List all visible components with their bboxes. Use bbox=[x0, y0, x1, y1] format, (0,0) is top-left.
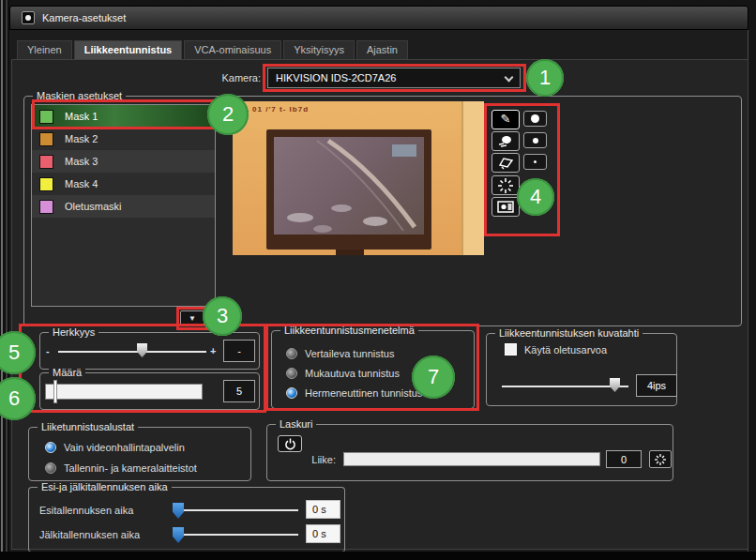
mask-list-item[interactable]: Mask 1 bbox=[32, 105, 215, 128]
erase-mask-button[interactable] bbox=[491, 131, 520, 151]
preview-wall-corner bbox=[461, 101, 484, 255]
preview-timestamp-overlay: 01 01 /'7 t- Ib7d bbox=[239, 105, 309, 114]
camera-settings-window: Kamera-asetukset Yleinen Liikkeentunnist… bbox=[0, 0, 756, 560]
mask-list-item[interactable]: Mask 3 bbox=[32, 150, 215, 173]
post-recording-slider-track[interactable] bbox=[174, 534, 298, 536]
counter-title: Laskuri bbox=[276, 418, 316, 430]
starburst-icon bbox=[498, 178, 513, 193]
brush-size-medium-button[interactable] bbox=[523, 132, 547, 148]
mask-settings-title: Maskien asetukset bbox=[33, 90, 126, 101]
counter-power-button[interactable] bbox=[278, 435, 302, 452]
picture-in-picture-icon bbox=[497, 201, 514, 213]
pencil-icon: ✎ bbox=[501, 112, 511, 126]
recording-time-title: Esi-ja jälkitallennuksen aika bbox=[38, 481, 172, 492]
step-circle-4: 4 bbox=[517, 178, 554, 216]
sensitivity-plus-label: + bbox=[210, 345, 216, 356]
eraser-icon bbox=[497, 135, 514, 147]
framerate-value-field[interactable]: 4ips bbox=[636, 374, 677, 397]
polygon-mask-button[interactable] bbox=[491, 153, 520, 173]
radio-selected-icon bbox=[45, 442, 56, 453]
camera-select[interactable]: HIKVISION IDS-2CD7A26 bbox=[267, 68, 521, 88]
radio-mukautuva[interactable]: Mukautuva tunnistus bbox=[286, 368, 400, 379]
tab-yleinen[interactable]: Yleinen bbox=[17, 40, 72, 59]
pre-recording-slider-track[interactable] bbox=[174, 509, 298, 511]
camera-label: Kamera: bbox=[195, 72, 261, 83]
mask-preview-button[interactable] bbox=[491, 197, 520, 217]
sensitivity-title: Herkkyys bbox=[49, 326, 98, 338]
radio-hermeneuttinen[interactable]: Hermeneuttinen tunnistus bbox=[286, 387, 422, 399]
large-dot-icon bbox=[531, 114, 539, 123]
post-recording-label: Jälkitallennuksen aika bbox=[39, 529, 140, 540]
brush-size-small-button[interactable] bbox=[523, 154, 547, 170]
sensitivity-minus-label: - bbox=[46, 345, 50, 356]
motion-test-button[interactable] bbox=[491, 175, 520, 195]
step-circle-3: 3 bbox=[203, 296, 242, 336]
mask-color-swatch bbox=[39, 177, 53, 191]
mask-name: Mask 2 bbox=[65, 133, 98, 144]
mask-toolbar: ✎ bbox=[484, 103, 560, 236]
radio-label: Mukautuva tunnistus bbox=[305, 368, 400, 379]
step-circle-7: 7 bbox=[412, 356, 455, 399]
tab-bar: Yleinen Liikkeentunnistus VCA-ominaisuus… bbox=[17, 40, 408, 59]
motion-reset-button[interactable] bbox=[649, 450, 672, 468]
power-icon bbox=[284, 438, 296, 450]
tab-vca-ominaisuus[interactable]: VCA-ominaisuus bbox=[184, 40, 281, 59]
radio-label: Tallennin- ja kameralaitteistot bbox=[64, 462, 197, 474]
preview-tv-frame bbox=[266, 129, 431, 250]
radio-icon bbox=[286, 348, 297, 359]
step-circle-2: 2 bbox=[207, 94, 249, 135]
mask-color-swatch bbox=[39, 200, 53, 214]
camera-select-value: HIKVISION IDS-2CD7A26 bbox=[276, 72, 396, 83]
amount-slider-thumb[interactable] bbox=[53, 380, 57, 403]
starburst-icon bbox=[655, 454, 666, 465]
step-circle-1: 1 bbox=[526, 59, 564, 97]
post-recording-value-field[interactable]: 0 s bbox=[306, 524, 340, 543]
framerate-slider-track[interactable] bbox=[502, 386, 628, 387]
pre-recording-label: Esitallennuksen aika bbox=[39, 505, 133, 516]
mask-name: Mask 1 bbox=[65, 111, 98, 122]
mask-name: Oletusmaski bbox=[65, 201, 122, 212]
amount-value-field[interactable]: 5 bbox=[223, 380, 255, 402]
tab-ajastin[interactable]: Ajastin bbox=[356, 40, 408, 59]
radio-vertaileva[interactable]: Vertaileva tunnistus bbox=[286, 348, 394, 359]
apply-mask-down-button[interactable]: ▼ bbox=[180, 310, 204, 326]
lasso-icon bbox=[497, 157, 514, 170]
brush-size-large-button[interactable] bbox=[523, 111, 547, 127]
sensitivity-value-field[interactable]: - bbox=[223, 340, 255, 362]
tab-yksityisyys[interactable]: Yksityisyys bbox=[283, 40, 355, 59]
sensitivity-slider-track[interactable] bbox=[58, 351, 206, 353]
tab-liikkeentunnistus[interactable]: Liikkeentunnistus bbox=[74, 40, 183, 59]
use-default-checkbox[interactable] bbox=[505, 343, 517, 356]
motion-count-field[interactable]: 0 bbox=[606, 450, 642, 468]
draw-mask-button[interactable]: ✎ bbox=[491, 110, 520, 129]
video-preview-canvas[interactable]: 01 01 /'7 t- Ib7d bbox=[233, 101, 484, 255]
radio-label: Vain videonhallintapalvelin bbox=[64, 442, 185, 453]
mask-color-swatch bbox=[39, 132, 53, 146]
mask-list: Mask 1 Mask 2 Mask 3 Mask 4 Oletusmaski bbox=[31, 104, 216, 307]
use-default-label: Käytä oletusarvoa bbox=[524, 344, 607, 356]
motion-level-bar bbox=[343, 452, 600, 466]
down-arrow-icon: ▼ bbox=[189, 314, 196, 323]
mask-color-swatch bbox=[39, 155, 53, 169]
small-dot-icon bbox=[534, 160, 537, 163]
preview-tv-stand bbox=[336, 250, 364, 255]
radio-recorder-camera[interactable]: Tallennin- ja kameralaitteistot bbox=[45, 462, 197, 474]
radio-label: Vertaileva tunnistus bbox=[305, 348, 394, 359]
pre-recording-value-field[interactable]: 0 s bbox=[306, 500, 340, 519]
titlebar: Kamera-asetukset bbox=[9, 6, 748, 30]
preview-tv-screen bbox=[274, 137, 424, 235]
radio-label: Hermeneuttinen tunnistus bbox=[305, 387, 422, 399]
amount-slider-bar[interactable] bbox=[45, 384, 203, 400]
amount-title: Määrä bbox=[49, 367, 85, 378]
mask-list-item[interactable]: Mask 2 bbox=[32, 128, 215, 150]
mask-name: Mask 3 bbox=[65, 156, 98, 167]
window-title: Kamera-asetukset bbox=[42, 12, 126, 23]
preview-road-scene bbox=[274, 137, 424, 235]
mask-name: Mask 4 bbox=[65, 178, 98, 189]
mask-color-swatch bbox=[39, 110, 53, 124]
motion-label: Liike: bbox=[281, 454, 336, 465]
mask-list-item[interactable]: Mask 4 bbox=[32, 173, 215, 195]
radio-vms-only[interactable]: Vain videonhallintapalvelin bbox=[45, 442, 185, 453]
recording-time-group: Esi-ja jälkitallennuksen aika bbox=[28, 487, 345, 552]
mask-list-item[interactable]: Oletusmaski bbox=[32, 195, 215, 218]
